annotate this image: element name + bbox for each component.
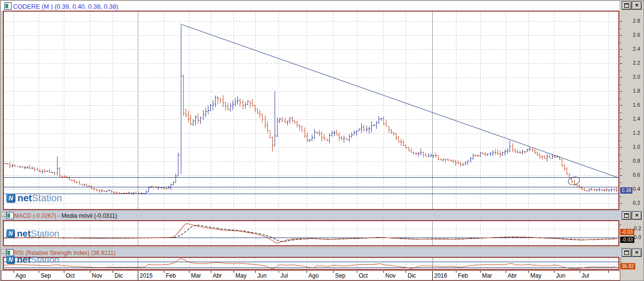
time-axis[interactable]: AgoSepOctNovDic2015FebMarAbrMayJunJulAgo… [1, 270, 620, 281]
price-chart-canvas[interactable] [3, 11, 619, 210]
time-axis-tick [383, 271, 384, 273]
y-axis-tick [620, 169, 621, 169]
y-axis-tick [620, 183, 621, 183]
y-axis-label: 0.8 [621, 158, 640, 164]
time-axis-tick [506, 271, 506, 273]
time-axis-label: Nov [385, 272, 395, 279]
y-axis-label: 1.4 [621, 116, 640, 122]
time-axis-tick [90, 271, 90, 273]
time-axis-label: 2016 [434, 272, 447, 279]
netstation-logo: N net Station [6, 228, 59, 239]
y-axis-label: 0.6 [621, 172, 640, 178]
price-y-axis[interactable]: 0.20.40.60.81.01.21.41.61.82.02.22.42.62… [620, 11, 644, 211]
y-axis-tick [620, 84, 621, 85]
year-separator [432, 271, 433, 280]
time-axis-tick [64, 271, 64, 273]
year-separator [138, 271, 138, 280]
rsi-panel-header[interactable]: RSI (Relative Strength Index) (36.8211) [1, 248, 643, 257]
time-axis-tick [357, 271, 357, 273]
netstation-logo-station: Station [31, 254, 59, 265]
close-icon: × [634, 3, 639, 8]
time-axis-label: 2015 [140, 272, 153, 279]
y-axis-label: 2.2 [621, 60, 640, 66]
netstation-logo-net: net [17, 193, 32, 204]
time-axis-tick [255, 271, 256, 273]
time-axis-tick [234, 271, 234, 273]
price-plot-area[interactable] [3, 11, 619, 210]
y-axis-tick [620, 197, 621, 197]
close-icon: × [634, 250, 639, 255]
time-axis-label: Jul [280, 272, 288, 279]
netstation-logo-icon: N [6, 194, 15, 203]
time-axis-label: Oct [359, 272, 368, 279]
restore-icon [624, 251, 629, 255]
y-axis-label: 2.4 [621, 46, 640, 52]
time-axis-label: Jun [556, 272, 565, 279]
netstation-logo-station: Station [31, 228, 59, 239]
netstation-logo-icon: N [6, 229, 15, 238]
netstation-logo-net: net [17, 228, 31, 239]
y-axis-label: 0.2 [621, 200, 640, 206]
time-axis-tick [307, 271, 307, 273]
price-panel-titlebar[interactable]: CODERE (M ) (0.39, 0.40, 0.38, 0.38) [1, 1, 619, 11]
time-axis-label: Ago [15, 272, 26, 279]
macd-panel-header[interactable]: MACD (-0.0267) - Media móvil (-0.0311) [1, 211, 643, 220]
y-axis-label: 1.0 [621, 144, 640, 150]
macd-plot-area[interactable] [3, 220, 619, 246]
y-axis-tick [620, 56, 621, 57]
time-axis-label: Feb [166, 272, 176, 279]
y-axis-tick [620, 140, 621, 141]
time-axis-tick [580, 271, 580, 273]
macd-separator: - [56, 212, 61, 219]
rsi-restore-button[interactable] [622, 249, 631, 257]
y-axis-tick [620, 112, 621, 113]
macd-y-axis[interactable]: 0.20.0-0.03-0.03 [620, 220, 644, 246]
rsi-close-button[interactable]: × [632, 249, 642, 257]
macd-indicator-label: MACD (-0.0267) [14, 212, 56, 219]
time-axis-tick [528, 271, 529, 273]
rsi-chart-canvas[interactable] [3, 257, 619, 270]
y-axis-tick [620, 42, 621, 43]
y-axis-tick [620, 225, 621, 225]
panel-grip[interactable] [1, 212, 6, 217]
rsi-plot-area[interactable] [3, 257, 619, 270]
y-axis-tick [620, 70, 621, 71]
restore-button[interactable] [622, 1, 631, 10]
time-axis-tick [406, 271, 406, 273]
time-axis-label: Feb [458, 272, 468, 279]
time-axis-tick [189, 271, 190, 273]
time-axis-label: May [235, 272, 247, 279]
time-axis-tick [333, 271, 334, 273]
time-axis-tick [164, 271, 164, 273]
time-axis-label: Mar [191, 272, 201, 279]
time-axis-label: May [530, 272, 542, 279]
y-axis-tick [620, 155, 621, 155]
rsi-y-axis[interactable]: 36.82 [620, 257, 644, 270]
y-axis-tick [620, 259, 622, 259]
y-axis-label: 1.6 [621, 102, 640, 108]
chart-window-icon [6, 212, 14, 219]
restore-icon [624, 213, 629, 218]
time-axis-tick [480, 271, 481, 273]
time-axis-tick [14, 271, 14, 273]
macd-close-button[interactable]: × [632, 211, 642, 220]
y-axis-label: 2.0 [621, 74, 640, 80]
netstation-logo: N net Station [6, 254, 59, 265]
time-axis-tick [278, 271, 279, 273]
restore-icon [624, 3, 629, 8]
last-price-badge: 0.38 [620, 187, 632, 194]
time-axis-tick [211, 271, 211, 273]
y-axis-tick [620, 262, 622, 262]
close-icon: × [634, 213, 639, 218]
time-axis-label: Sep [41, 272, 51, 279]
close-button[interactable]: × [632, 1, 642, 10]
macd-restore-button[interactable] [622, 211, 631, 220]
panel-grip[interactable] [1, 249, 6, 254]
macd-signal-value-badge: -0.03 [620, 237, 634, 243]
time-axis-label: Jun [257, 272, 266, 279]
time-axis-tick [39, 271, 39, 273]
time-axis-label: Dic [115, 272, 123, 279]
macd-chart-canvas[interactable] [3, 220, 619, 246]
rsi-value-badge: 36.82 [620, 263, 635, 269]
y-axis-label: 1.8 [621, 88, 640, 94]
